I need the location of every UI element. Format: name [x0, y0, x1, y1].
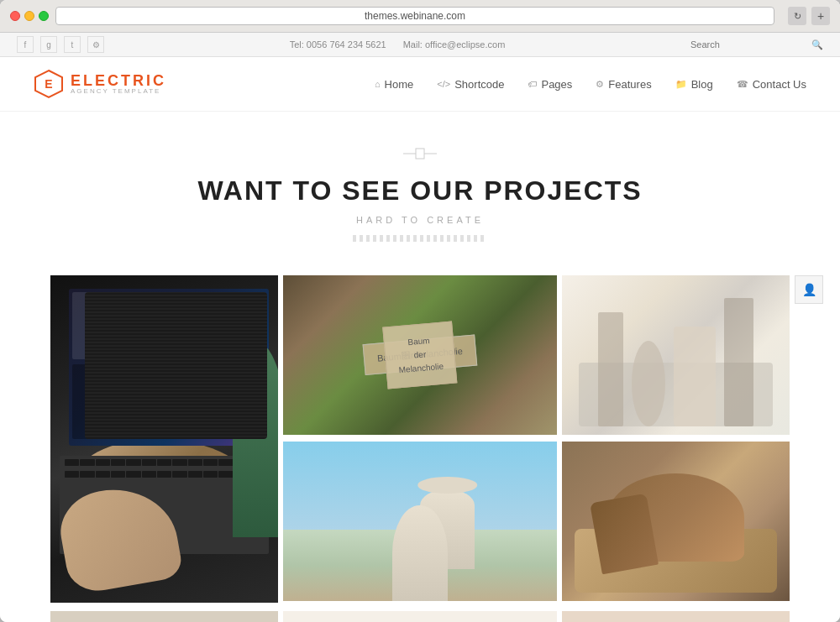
nav-link-pages[interactable]: 🏷 Pages: [528, 78, 572, 91]
address-bar[interactable]: themes.webinane.com: [55, 7, 774, 25]
settings-icon[interactable]: ⚙: [87, 36, 104, 53]
kitchen-image: [562, 275, 790, 435]
traffic-lights: [10, 11, 49, 21]
logo-tagline: AGENCY TEMPLATE: [71, 88, 166, 95]
nav-item-home[interactable]: ⌂ Home: [375, 78, 413, 91]
logo-name-rest: LECTRIC: [83, 72, 166, 89]
nav-item-pages[interactable]: 🏷 Pages: [528, 78, 572, 91]
nav-item-blog[interactable]: 📁 Blog: [675, 78, 713, 91]
nav-label-features: Features: [608, 78, 651, 91]
shortcode-icon: </>: [437, 79, 450, 89]
section-divider-icon: [403, 145, 437, 162]
nav-label-shortcode: Shortcode: [454, 78, 504, 91]
site-nav: E ELECTRIC AGENCY TEMPLATE ⌂ Home: [0, 57, 840, 112]
zigzag-divider: [353, 235, 487, 242]
website-content: f g t ⚙ Tel: 0056 764 234 5621 Mail: off…: [0, 33, 840, 622]
laptop-image: [50, 275, 278, 603]
browser-window: themes.webinane.com f g t ⚙: [0, 0, 840, 622]
gallery-item-kitchen[interactable]: [562, 275, 790, 436]
features-icon: ⚙: [596, 79, 604, 90]
nav-label-home: Home: [385, 78, 414, 91]
nav-item-shortcode[interactable]: </> Shortcode: [437, 78, 504, 91]
bread-image: [562, 442, 790, 601]
nav-item-contact[interactable]: ☎ Contact Us: [737, 78, 806, 91]
bottom-hint-item-3: [562, 611, 790, 622]
info-bar: f g t ⚙ Tel: 0056 764 234 5621 Mail: off…: [0, 33, 840, 57]
nav-label-pages: Pages: [541, 78, 572, 91]
nav-label-contact: Contact Us: [753, 78, 806, 91]
add-tab-button[interactable]: [811, 7, 830, 25]
logo-main: ELECTRIC: [71, 73, 166, 88]
site-url: themes.webinane.com: [365, 10, 465, 22]
logo-icon: E: [34, 69, 64, 99]
facebook-icon[interactable]: f: [17, 36, 34, 53]
hero-title: WANT TO SEE OUR PROJECTS: [17, 175, 823, 206]
bottom-hint-item-1: [50, 611, 278, 622]
browser-actions: [788, 7, 830, 25]
hero-section: WANT TO SEE OUR PROJECTS HARD TO CREATE: [0, 112, 840, 267]
nav-label-blog: Blog: [691, 78, 713, 91]
tower-image: [283, 442, 557, 601]
contact-icon: ☎: [737, 79, 748, 90]
email-info: Mail: office@eclipse.com: [403, 39, 506, 50]
hero-subtitle: HARD TO CREATE: [17, 215, 823, 225]
info-bar-left: f g t ⚙: [17, 36, 104, 53]
nav-menu: ⌂ Home </> Shortcode 🏷 Pages: [375, 78, 806, 91]
minimize-button[interactable]: [24, 11, 34, 21]
sidebar-avatar-button[interactable]: 👤: [795, 275, 823, 304]
gallery-item-tower[interactable]: [283, 442, 557, 603]
nav-item-features[interactable]: ⚙ Features: [596, 78, 651, 91]
close-button[interactable]: [10, 11, 20, 21]
twitter-icon[interactable]: t: [64, 36, 81, 53]
bottom-hint-item-2: [283, 611, 557, 622]
social-icons: f g t ⚙: [17, 36, 104, 53]
browser-chrome: themes.webinane.com: [0, 0, 840, 33]
gallery-grid: BaumderMelancholie: [0, 267, 840, 611]
reload-button[interactable]: [788, 7, 806, 25]
pages-icon: 🏷: [528, 79, 537, 89]
search-input[interactable]: [690, 39, 806, 50]
gallery-bottom-row: [0, 611, 840, 622]
gallery-item-forest[interactable]: BaumderMelancholie: [283, 275, 557, 436]
info-bar-right: 🔍: [690, 39, 823, 50]
nav-link-contact[interactable]: ☎ Contact Us: [737, 78, 806, 91]
phone-info: Tel: 0056 764 234 5621: [290, 39, 386, 50]
home-icon: ⌂: [375, 79, 381, 89]
svg-text:E: E: [45, 77, 52, 91]
search-icon[interactable]: 🔍: [811, 39, 823, 50]
blog-icon: 📁: [675, 79, 687, 90]
hero-divider-bottom: [17, 235, 823, 242]
avatar-icon: 👤: [802, 283, 816, 296]
nav-link-shortcode[interactable]: </> Shortcode: [437, 78, 504, 91]
logo-letter: E: [71, 72, 83, 89]
googleplus-icon[interactable]: g: [40, 36, 57, 53]
info-bar-center: Tel: 0056 764 234 5621 Mail: office@ecli…: [290, 39, 506, 50]
add-tab-icon: [817, 9, 824, 23]
browser-titlebar: themes.webinane.com: [0, 0, 840, 32]
maximize-button[interactable]: [39, 11, 49, 21]
hero-divider-top: [17, 145, 823, 162]
nav-link-home[interactable]: ⌂ Home: [375, 78, 413, 91]
reload-icon: [794, 11, 801, 22]
site-logo: E ELECTRIC AGENCY TEMPLATE: [34, 69, 166, 99]
nav-link-features[interactable]: ⚙ Features: [596, 78, 651, 91]
logo-text: ELECTRIC AGENCY TEMPLATE: [71, 73, 166, 95]
forest-image: BaumderMelancholie: [283, 275, 557, 435]
svg-rect-3: [416, 149, 424, 159]
gallery-item-bread[interactable]: [562, 442, 790, 603]
gallery-wrapper: BaumderMelancholie: [0, 267, 840, 611]
gallery-item-laptop[interactable]: [50, 275, 278, 603]
nav-link-blog[interactable]: 📁 Blog: [675, 78, 713, 91]
